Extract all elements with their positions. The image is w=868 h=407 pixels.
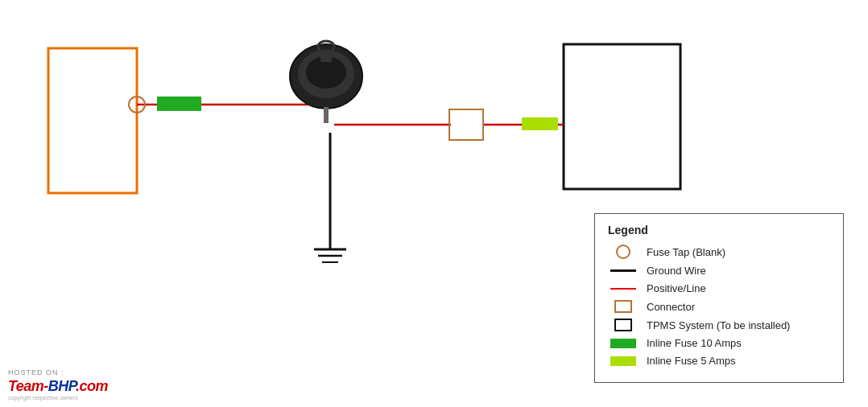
watermark: HOSTED ON : Team-BHP.com copyright respe… xyxy=(8,368,108,401)
legend-box: Legend Fuse Tap (Blank) Ground Wire Posi… xyxy=(594,213,844,383)
legend-title: Legend xyxy=(608,224,830,236)
legend-row-ground: Ground Wire xyxy=(608,265,830,277)
legend-label-fuse5: Inline Fuse 5 Amps xyxy=(647,355,736,367)
fuse-tap-symbol xyxy=(608,245,639,259)
legend-row-tpms: TPMS System (To be installed) xyxy=(608,319,830,331)
ground-wire-symbol xyxy=(608,269,639,272)
fuse10-symbol xyxy=(608,339,639,348)
fuse5-symbol xyxy=(608,356,639,366)
legend-row-fuse5: Inline Fuse 5 Amps xyxy=(608,355,830,367)
connector-symbol xyxy=(608,300,639,313)
tpms-symbol xyxy=(608,319,639,331)
legend-row-fuse10: Inline Fuse 10 Amps xyxy=(608,337,830,349)
legend-label-positive: Positive/Line xyxy=(647,282,706,294)
legend-label-fuse10: Inline Fuse 10 Amps xyxy=(647,337,742,349)
legend-label-fuse-tap: Fuse Tap (Blank) xyxy=(647,246,725,258)
legend-label-tpms: TPMS System (To be installed) xyxy=(647,319,790,331)
legend-row-positive: Positive/Line xyxy=(608,282,830,294)
legend-label-ground: Ground Wire xyxy=(647,265,706,277)
svg-rect-7 xyxy=(522,117,558,130)
legend-row-fuse-tap: Fuse Tap (Blank) xyxy=(608,245,830,259)
svg-rect-4 xyxy=(157,97,201,111)
legend-row-connector: Connector xyxy=(608,300,830,313)
positive-line-symbol xyxy=(608,288,639,290)
watermark-copyright: copyright respective owners xyxy=(8,395,78,401)
svg-rect-18 xyxy=(320,50,332,62)
watermark-logo: Team-BHP.com xyxy=(8,378,108,395)
svg-rect-19 xyxy=(324,107,329,123)
watermark-hosted-text: HOSTED ON : xyxy=(8,368,64,376)
legend-label-connector: Connector xyxy=(647,301,695,313)
